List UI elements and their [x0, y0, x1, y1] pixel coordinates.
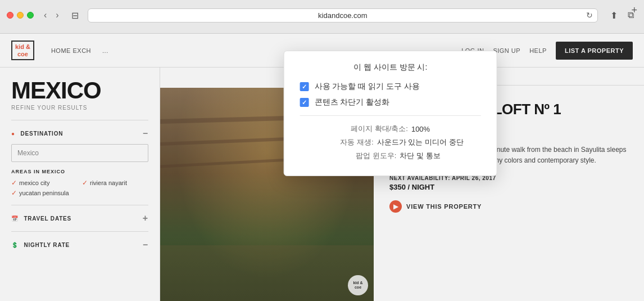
popup-checkbox-row-2: ✓ 콘텐츠 차단기 활성화 — [300, 97, 481, 107]
share-button[interactable]: ⬆ — [607, 9, 621, 22]
url-text: kidandcoe.com — [318, 11, 367, 20]
checkbox-reading-tools[interactable]: ✓ — [300, 82, 309, 91]
close-window-button[interactable] — [7, 12, 13, 19]
checkbox-reading-tools-label: 사용 가능할 때 읽기 도구 사용 — [315, 82, 420, 92]
forward-button[interactable]: › — [52, 9, 62, 21]
popup-autoplay-key: 자동 재생: — [318, 137, 374, 147]
address-bar[interactable]: kidandcoe.com ↻ — [88, 8, 598, 23]
checkbox-content-blocker[interactable]: ✓ — [300, 98, 309, 107]
popup-autoplay-value[interactable]: 사운드가 있는 미디어 중단 — [377, 137, 464, 147]
browser-chrome: ‹ › ⊟ kidandcoe.com ↻ ⬆ ⧉ + — [0, 0, 644, 34]
add-tab-button[interactable]: + — [631, 5, 637, 16]
popup-panel: 이 웹 사이트 방문 시: ✓ 사용 가능할 때 읽기 도구 사용 ✓ 콘텐츠 … — [284, 51, 497, 176]
popup-popup-row: 팝업 윈도우: 차단 및 통보 — [300, 151, 481, 161]
popup-autoplay-row: 자동 재생: 사운드가 있는 미디어 중단 — [300, 137, 481, 147]
popup-popup-key: 팝업 윈도우: — [340, 151, 396, 161]
traffic-lights — [7, 12, 34, 19]
nav-buttons: ‹ › — [40, 9, 62, 21]
reload-button[interactable]: ↻ — [586, 11, 593, 20]
minimize-window-button[interactable] — [17, 12, 24, 19]
back-button[interactable]: ‹ — [40, 9, 50, 21]
popup-zoom-row: 페이지 확대/축소: 100% — [300, 124, 481, 134]
sidebar-toggle-button[interactable]: ⊟ — [67, 9, 83, 22]
popup-checkbox-row-1: ✓ 사용 가능할 때 읽기 도구 사용 — [300, 82, 481, 92]
popup-popup-value[interactable]: 차단 및 통보 — [400, 151, 440, 161]
popup-zoom-key: 페이지 확대/축소: — [351, 124, 408, 134]
checkmark-icon-2: ✓ — [302, 99, 307, 106]
popup-title: 이 웹 사이트 방문 시: — [300, 62, 481, 73]
maximize-window-button[interactable] — [27, 12, 34, 19]
popup-separator — [300, 115, 481, 116]
checkmark-icon: ✓ — [302, 83, 307, 91]
popup-zoom-value[interactable]: 100% — [411, 125, 430, 133]
popup-overlay: 이 웹 사이트 방문 시: ✓ 사용 가능할 때 읽기 도구 사용 ✓ 콘텐츠 … — [0, 34, 644, 301]
checkbox-content-blocker-label: 콘텐츠 차단기 활성화 — [315, 97, 390, 107]
page-content: kid & coe HOME EXCH ... LOG IN SIGN UP H… — [0, 34, 644, 301]
browser-toolbar: ‹ › ⊟ kidandcoe.com ↻ ⬆ ⧉ + — [7, 5, 637, 26]
